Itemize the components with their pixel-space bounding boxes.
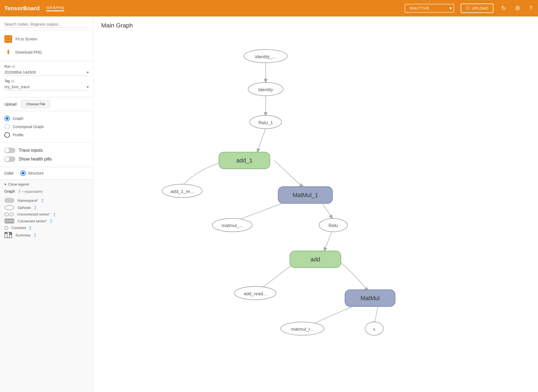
upload-section: Upload Choose File xyxy=(0,97,93,111)
radio-graph-dot xyxy=(4,116,10,121)
legend-summary-bar3 xyxy=(10,235,12,238)
trace-inputs-toggle[interactable] xyxy=(4,148,15,153)
graph-title: Main Graph xyxy=(101,22,133,29)
legend-summary-item: Summary ? xyxy=(4,232,89,238)
app-logo: TensorBoard xyxy=(4,5,40,12)
show-health-pills-toggle-item: Show health pills xyxy=(4,155,89,164)
trace-inputs-toggle-item: Trace inputs xyxy=(4,146,89,155)
legend-connected-item: Connected series* ? xyxy=(4,219,89,223)
refresh-button[interactable]: ↻ xyxy=(500,4,507,13)
node-x-label: x xyxy=(373,327,375,332)
run-select[interactable]: 20200804-144509 xyxy=(4,69,89,76)
legend-summary-bar2 xyxy=(7,233,9,238)
legend-connected-help[interactable]: ? xyxy=(50,219,52,223)
legend-summary-label: Summary xyxy=(15,233,31,237)
legend-unconnected-icon xyxy=(4,212,14,216)
run-count: (2) xyxy=(12,65,15,68)
help-button[interactable]: ? xyxy=(528,4,534,13)
legend-summary-bar1 xyxy=(5,234,7,238)
legend-content: Graph (* = expandable) Namespace* ? OpNo… xyxy=(4,189,89,238)
edge-add-to-matmul xyxy=(341,263,368,291)
color-structure-dot[interactable] xyxy=(20,170,26,176)
search-input[interactable] xyxy=(4,21,89,28)
actions-section: ⛶ Fit to Screen ⬇ Download PNG xyxy=(0,30,93,61)
choose-file-label: Choose File xyxy=(26,102,45,106)
download-png-button[interactable]: ⬇ Download PNG xyxy=(4,46,89,59)
settings-button[interactable]: ⚙ xyxy=(514,4,521,13)
node-addread-label: add_read... xyxy=(244,291,267,296)
run-status-wrapper: INACTIVE ▾ xyxy=(405,4,454,13)
run-select-wrapper: 20200804-144509 ▾ xyxy=(4,69,89,76)
legend-connected-icon xyxy=(4,219,14,223)
legend-summary-help[interactable]: ? xyxy=(34,233,36,237)
tag-label: Tag xyxy=(4,79,10,83)
legend-items: Namespace* ? OpNode ? Unconnected serie xyxy=(4,198,89,238)
legend-constant-help[interactable]: ? xyxy=(29,226,31,230)
legend-toggle[interactable]: ▾ Close legend. xyxy=(4,182,89,186)
download-png-label: Download PNG xyxy=(15,50,42,54)
show-health-pills-label: Show health pills xyxy=(19,157,52,162)
node-relu-label: Relu xyxy=(329,223,338,228)
node-matmulr-label: matmul_r... xyxy=(291,327,314,332)
color-section: Color Structure xyxy=(0,167,93,180)
node-add1-label: add_1 xyxy=(236,157,252,164)
color-structure-label: Structure xyxy=(28,171,44,175)
radio-graph-label: Graph xyxy=(13,116,23,121)
legend-namespace-help[interactable]: ? xyxy=(41,198,43,202)
legend-expandable: (* = expandable) xyxy=(18,190,43,194)
sidebar: ⛶ Fit to Screen ⬇ Download PNG Run (2) 2… xyxy=(0,16,94,392)
legend-chevron-icon: ▾ xyxy=(4,182,6,186)
legend-namespace-item: Namespace* ? xyxy=(4,198,89,203)
run-field: Run (2) 20200804-144509 ▾ xyxy=(4,65,89,76)
graph-svg[interactable]: add_1 MatMul_1 add MatMul identity_... I… xyxy=(94,16,538,392)
legend-connected-label: Connected series* xyxy=(18,219,47,223)
legend-opnode-icon xyxy=(4,205,14,210)
color-label: Color xyxy=(4,171,18,175)
node-matmul1-label: MatMul_1 xyxy=(292,192,318,198)
edge-add1-to-matmul1 xyxy=(274,161,303,187)
tag-select[interactable]: my_func_trace xyxy=(4,84,89,90)
legend-unconnected-inner-2 xyxy=(9,212,14,216)
graph-area[interactable]: Main Graph xyxy=(94,16,538,392)
radio-conceptual-label: Conceptual Graph xyxy=(13,125,44,129)
legend-graph-title: Graph xyxy=(4,189,15,194)
radio-profile-label: Profile xyxy=(13,133,24,137)
choose-file-button[interactable]: Choose File xyxy=(21,100,50,108)
legend-toggle-label: Close legend. xyxy=(8,182,30,186)
trace-inputs-label: Trace inputs xyxy=(19,148,43,153)
legend-unconnected-label: Unconnected series* xyxy=(17,212,50,216)
toggles-section: Trace inputs Show health pills xyxy=(0,143,93,167)
header: TensorBoard GRAPHS INACTIVE ▾ ⓘ UPLOAD ↻… xyxy=(0,0,538,16)
fit-to-screen-label: Fit to Screen xyxy=(15,37,37,41)
run-status-select[interactable]: INACTIVE xyxy=(405,4,454,13)
main-layout: ⛶ Fit to Screen ⬇ Download PNG Run (2) 2… xyxy=(0,16,538,392)
node-matmul-small-label: matmul_... xyxy=(221,223,243,228)
radio-conceptual-item[interactable]: Conceptual Graph xyxy=(4,123,89,131)
legend-opnode-help[interactable]: ? xyxy=(34,206,36,209)
legend-unconnected-help[interactable]: ? xyxy=(53,212,55,216)
radio-profile-item[interactable]: Profile xyxy=(4,131,89,139)
download-icon: ⬇ xyxy=(4,48,12,56)
legend-section: ▾ Close legend. Graph (* = expandable) N… xyxy=(0,180,93,392)
legend-constant-icon xyxy=(4,226,8,230)
legend-summary-icon xyxy=(4,232,12,238)
radio-conceptual-dot xyxy=(4,124,10,129)
show-health-pills-toggle[interactable] xyxy=(4,156,15,162)
fit-to-screen-icon: ⛶ xyxy=(4,35,12,43)
legend-constant-label: Constant xyxy=(12,226,26,230)
legend-namespace-label: Namespace* xyxy=(18,198,38,203)
radio-graph-item[interactable]: Graph xyxy=(4,114,89,123)
legend-namespace-icon xyxy=(4,198,14,203)
legend-unconnected-item: Unconnected series* ? xyxy=(4,212,89,216)
upload-button[interactable]: ⓘ UPLOAD xyxy=(461,4,493,13)
graphs-nav[interactable]: GRAPHS xyxy=(46,5,64,11)
fit-to-screen-button[interactable]: ⛶ Fit to Screen xyxy=(4,32,89,46)
upload-label: Upload xyxy=(4,102,18,106)
upload-info-icon: ⓘ xyxy=(466,6,470,11)
legend-constant-item: Constant ? xyxy=(4,226,89,230)
tag-select-wrapper: my_func_trace ▾ xyxy=(4,84,89,90)
edge-relu1-to-add1 xyxy=(257,128,266,152)
legend-unconnected-inner-1 xyxy=(4,212,9,216)
node-identity-label: Identity xyxy=(258,87,273,92)
search-section xyxy=(0,16,93,30)
